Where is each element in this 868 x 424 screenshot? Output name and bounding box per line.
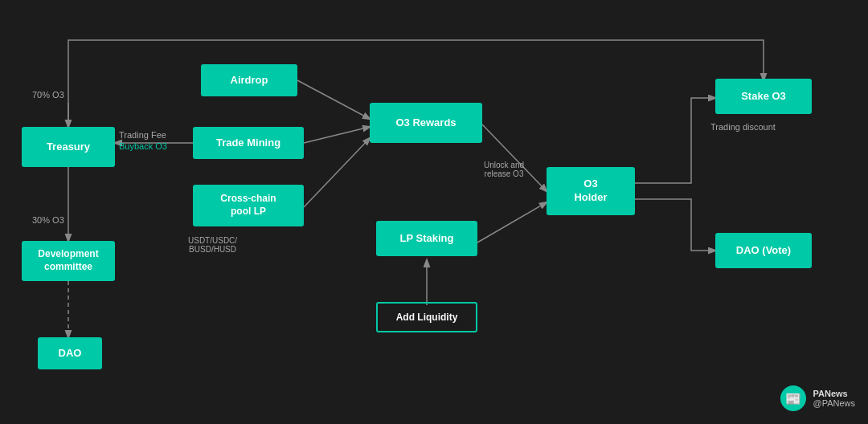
airdrop-node: Airdrop bbox=[201, 64, 297, 96]
lp-staking-node: LP Staking bbox=[376, 221, 477, 256]
cross-chain-node: Cross-chainpool LP bbox=[193, 185, 304, 226]
watermark-line1: PANews bbox=[813, 389, 855, 398]
svg-line-6 bbox=[477, 202, 547, 243]
stake-o3-node: Stake O3 bbox=[715, 79, 812, 114]
dao-left-node: DAO bbox=[38, 337, 102, 369]
diagram-container: Treasury Developmentcommittee DAO Airdro… bbox=[0, 0, 868, 424]
watermark-icon: 📰 bbox=[780, 385, 806, 411]
watermark-line2: @PANews bbox=[813, 398, 855, 408]
treasury-node: Treasury bbox=[22, 127, 115, 167]
label-unlock-release: Unlock andrelease O3 bbox=[484, 161, 524, 178]
dao-vote-node: DAO (Vote) bbox=[715, 233, 812, 268]
label-30pct: 30% O3 bbox=[32, 215, 64, 225]
svg-line-5 bbox=[482, 124, 547, 191]
label-stablecoin: USDT/USDC/BUSD/HUSD bbox=[188, 236, 237, 254]
watermark-text: PANews @PANews bbox=[813, 389, 855, 408]
development-committee-node: Developmentcommittee bbox=[22, 241, 115, 281]
trade-mining-node: Trade Mining bbox=[193, 127, 304, 159]
arrows-svg bbox=[0, 0, 868, 424]
label-trading-fee: Trading Fee bbox=[119, 130, 166, 140]
label-buyback: Buyback O3 bbox=[119, 141, 167, 151]
add-liquidity-node: Add Liquidity bbox=[376, 302, 477, 332]
svg-line-4 bbox=[304, 127, 370, 143]
watermark: 📰 PANews @PANews bbox=[780, 385, 855, 411]
label-70pct: 70% O3 bbox=[32, 90, 64, 100]
o3-rewards-node: O3 Rewards bbox=[370, 103, 482, 143]
o3-holder-node: O3Holder bbox=[547, 167, 635, 215]
label-trading-discount: Trading discount bbox=[710, 122, 776, 132]
